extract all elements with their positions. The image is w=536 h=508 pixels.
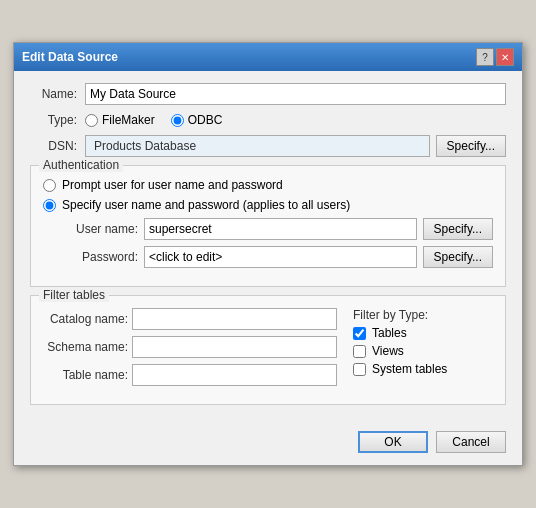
catalog-input[interactable] [132, 308, 337, 330]
auth-specify-option[interactable]: Specify user name and password (applies … [43, 198, 493, 212]
table-name-row: Table name: [43, 364, 337, 386]
title-bar: Edit Data Source ? ✕ [14, 43, 522, 71]
auth-prompt-radio[interactable] [43, 179, 56, 192]
cancel-button[interactable]: Cancel [436, 431, 506, 453]
password-input[interactable] [144, 246, 417, 268]
table-label: Table name: [43, 368, 128, 382]
views-checkbox[interactable] [353, 345, 366, 358]
type-label: Type: [30, 113, 85, 127]
type-filemaker-label: FileMaker [102, 113, 155, 127]
type-row: Type: FileMaker ODBC [30, 113, 506, 127]
views-label: Views [372, 344, 404, 358]
type-odbc-radio[interactable] [171, 114, 184, 127]
dsn-value: Products Database [85, 135, 430, 157]
auth-prompt-option[interactable]: Prompt user for user name and password [43, 178, 493, 192]
auth-specify-label: Specify user name and password (applies … [62, 198, 350, 212]
username-label: User name: [63, 222, 138, 236]
filter-section: Catalog name: Schema name: Table name: F… [43, 308, 493, 392]
auth-specify-radio[interactable] [43, 199, 56, 212]
title-bar-buttons: ? ✕ [476, 48, 514, 66]
name-label: Name: [30, 87, 85, 101]
type-odbc-label: ODBC [188, 113, 223, 127]
filter-left: Catalog name: Schema name: Table name: [43, 308, 337, 392]
auth-fields: User name: Specify... Password: Specify.… [63, 218, 493, 268]
dsn-field-group: Products Database Specify... [85, 135, 506, 157]
table-input[interactable] [132, 364, 337, 386]
catalog-row: Catalog name: [43, 308, 337, 330]
username-row: User name: Specify... [63, 218, 493, 240]
catalog-label: Catalog name: [43, 312, 128, 326]
help-button[interactable]: ? [476, 48, 494, 66]
filter-tables-section: Filter tables Catalog name: Schema name:… [30, 295, 506, 405]
system-tables-checkbox[interactable] [353, 363, 366, 376]
ok-button[interactable]: OK [358, 431, 428, 453]
auth-options: Prompt user for user name and password S… [43, 178, 493, 268]
dialog-body: Name: Type: FileMaker ODBC DSN: Products… [14, 71, 522, 425]
filter-tables-title: Filter tables [39, 288, 109, 302]
filter-tables-checkbox[interactable]: Tables [353, 326, 493, 340]
password-specify-button[interactable]: Specify... [423, 246, 493, 268]
schema-row: Schema name: [43, 336, 337, 358]
type-filemaker-radio[interactable] [85, 114, 98, 127]
auth-prompt-label: Prompt user for user name and password [62, 178, 283, 192]
filter-right: Filter by Type: Tables Views System tabl… [353, 308, 493, 392]
password-row: Password: Specify... [63, 246, 493, 268]
password-label: Password: [63, 250, 138, 264]
username-specify-button[interactable]: Specify... [423, 218, 493, 240]
tables-label: Tables [372, 326, 407, 340]
dsn-label: DSN: [30, 139, 85, 153]
type-radio-group: FileMaker ODBC [85, 113, 222, 127]
dsn-row: DSN: Products Database Specify... [30, 135, 506, 157]
close-button[interactable]: ✕ [496, 48, 514, 66]
filter-views-checkbox[interactable]: Views [353, 344, 493, 358]
filter-system-tables-checkbox[interactable]: System tables [353, 362, 493, 376]
system-tables-label: System tables [372, 362, 447, 376]
name-row: Name: [30, 83, 506, 105]
name-input[interactable] [85, 83, 506, 105]
filter-by-type-title: Filter by Type: [353, 308, 493, 322]
dialog-title: Edit Data Source [22, 50, 118, 64]
schema-input[interactable] [132, 336, 337, 358]
dsn-specify-button[interactable]: Specify... [436, 135, 506, 157]
tables-checkbox[interactable] [353, 327, 366, 340]
type-filemaker-option[interactable]: FileMaker [85, 113, 155, 127]
authentication-title: Authentication [39, 158, 123, 172]
dialog-footer: OK Cancel [14, 425, 522, 465]
schema-label: Schema name: [43, 340, 128, 354]
username-input[interactable] [144, 218, 417, 240]
edit-data-source-dialog: Edit Data Source ? ✕ Name: Type: FileMak… [13, 42, 523, 466]
authentication-section: Authentication Prompt user for user name… [30, 165, 506, 287]
type-odbc-option[interactable]: ODBC [171, 113, 223, 127]
